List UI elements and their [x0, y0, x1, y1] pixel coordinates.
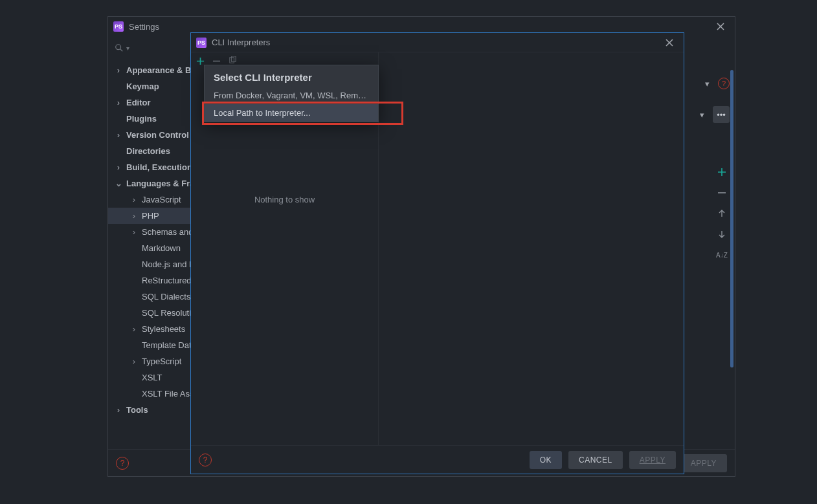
side-toolbar: A↓Z [713, 166, 731, 261]
close-icon[interactable] [660, 34, 678, 52]
close-icon[interactable] [711, 17, 730, 36]
empty-message: Nothing to show [191, 195, 378, 204]
arrow-down-icon[interactable] [715, 228, 728, 241]
tree-item-label: PHP [142, 211, 159, 221]
tree-item-label: Plugins [126, 114, 157, 124]
app-logo-icon: PS [196, 38, 207, 48]
browse-button[interactable]: ••• [713, 106, 730, 123]
app-logo-icon: PS [113, 21, 124, 32]
dropdown-caret-icon[interactable]: ▾ [700, 79, 714, 89]
cli-footer: ? OK CANCEL APPLY [191, 445, 684, 474]
search-icon [115, 43, 124, 52]
chevron-right-icon: › [115, 98, 122, 107]
dropdown-caret-icon[interactable]: ▾ [695, 110, 709, 120]
tree-item-label: Keymap [126, 82, 159, 91]
remove-icon[interactable] [715, 186, 728, 199]
chevron-right-icon: › [115, 65, 122, 75]
ok-button[interactable]: OK [530, 451, 562, 469]
cli-title: CLI Interpreters [212, 38, 655, 47]
help-icon[interactable]: ? [199, 454, 212, 466]
tree-item-label: Directories [126, 146, 170, 156]
tree-item-label: TypeScript [142, 356, 181, 366]
cli-detail-panel [379, 52, 684, 445]
tree-item-label: Markdown [142, 243, 181, 253]
popup-option-local-path[interactable]: Local Path to Interpreter... [205, 104, 378, 122]
arrow-up-icon[interactable] [715, 207, 728, 220]
apply-button[interactable]: APPLY [629, 451, 676, 469]
popup-title: Select CLI Interpreter [205, 65, 378, 87]
apply-label: APPLY [640, 455, 666, 465]
tree-item-label: Version Control [126, 130, 189, 140]
tree-item-label: Tools [126, 405, 148, 415]
sort-az-icon[interactable]: A↓Z [715, 248, 728, 261]
tree-item-label: SQL Dialects [142, 292, 190, 301]
chevron-right-icon: › [130, 356, 138, 366]
chevron-down-icon: ⌄ [115, 179, 122, 188]
cli-titlebar: PS CLI Interpreters [191, 33, 684, 52]
help-icon[interactable]: ? [116, 457, 129, 470]
chevron-right-icon: › [115, 162, 122, 172]
ellipsis-icon: ••• [717, 110, 726, 120]
tree-item-label: Stylesheets [142, 324, 185, 334]
chevron-right-icon: › [115, 405, 122, 415]
tree-item-label: Editor [126, 98, 151, 107]
popup-option-remote[interactable]: From Docker, Vagrant, VM, WSL, Remote... [205, 87, 378, 104]
tree-item-label: XSLT [142, 373, 162, 382]
tree-item-label: JavaScript [142, 195, 181, 204]
svg-point-0 [116, 45, 121, 50]
select-cli-interpreter-popup: Select CLI Interpreter From Docker, Vagr… [204, 65, 379, 122]
svg-rect-2 [232, 56, 236, 61]
chevron-right-icon: › [130, 227, 138, 237]
cancel-button[interactable]: CANCEL [568, 451, 623, 469]
chevron-right-icon: › [130, 211, 138, 221]
help-icon[interactable]: ? [718, 78, 730, 89]
chevron-right-icon: › [130, 195, 138, 204]
chevron-right-icon: › [130, 324, 138, 334]
apply-button[interactable]: APPLY [680, 454, 727, 472]
add-icon[interactable] [715, 166, 728, 179]
chevron-right-icon: › [115, 130, 122, 140]
svg-rect-1 [230, 58, 234, 63]
settings-title: Settings [129, 22, 706, 32]
